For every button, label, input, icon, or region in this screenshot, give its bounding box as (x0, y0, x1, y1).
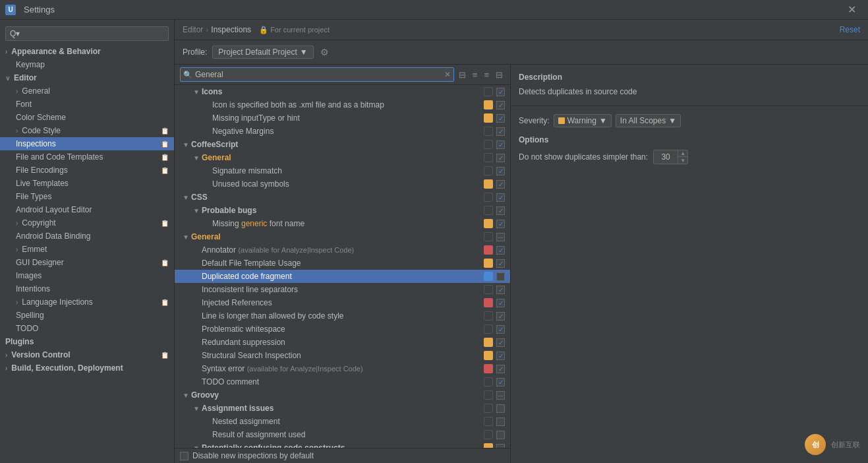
sidebar-item-copyright[interactable]: › Copyright 📋 (0, 216, 174, 230)
checkbox[interactable] (496, 167, 505, 175)
tree-row-coffeescript[interactable]: ▼ CoffeeScript (175, 138, 510, 151)
tree-row-unused-local[interactable]: Unused local symbols (175, 177, 510, 191)
reset-button[interactable]: Reset (840, 25, 860, 34)
spinner-down-button[interactable]: ▼ (678, 157, 687, 164)
sidebar-item-spelling[interactable]: Spelling (0, 309, 174, 322)
sidebar-item-editor[interactable]: ∨ Editor (0, 71, 174, 84)
checkbox[interactable] (496, 259, 505, 268)
checkbox[interactable] (496, 365, 505, 373)
sidebar-item-file-encodings[interactable]: File Encodings 📋 (0, 164, 174, 177)
tree-row-inconsistent-line[interactable]: Inconsistent line separators (175, 283, 510, 296)
checkbox[interactable] (496, 127, 505, 136)
filter-button[interactable]: ⊟ (457, 69, 468, 81)
tree-label: General (191, 232, 484, 241)
tree-row-icons[interactable]: ▼ Icons (175, 85, 510, 98)
checkbox[interactable] (496, 206, 505, 215)
checkbox[interactable] (496, 312, 505, 321)
sidebar-item-images[interactable]: Images (0, 269, 174, 282)
sidebar-item-lang-injections[interactable]: › Language Injections 📋 (0, 295, 174, 309)
sidebar-item-emmet[interactable]: › Emmet (0, 243, 174, 256)
checkbox[interactable] (496, 417, 505, 426)
tree-row-todo[interactable]: TODO comment (175, 375, 510, 388)
sidebar-item-keymap[interactable]: Keymap (0, 58, 174, 71)
tree-row-syntax-error[interactable]: Syntax error (available for Analyze|Insp… (175, 362, 510, 375)
severity-value: Warning (567, 116, 596, 125)
checkbox[interactable] (496, 325, 505, 334)
sidebar-item-color-scheme[interactable]: Color Scheme (0, 111, 174, 124)
tree-row-negative-margins[interactable]: Negative Margins (175, 125, 510, 138)
scope-select[interactable]: In All Scopes ▼ (616, 114, 681, 127)
checkbox[interactable] (496, 246, 505, 255)
sidebar-item-general[interactable]: › General (0, 84, 174, 98)
close-button[interactable]: ✕ (841, 3, 863, 16)
sidebar-item-build[interactable]: › Build, Execution, Deployment (0, 361, 174, 375)
footer-checkbox[interactable] (180, 452, 188, 460)
clear-button[interactable]: ✕ (444, 70, 451, 79)
sidebar-search-input[interactable] (5, 26, 169, 41)
profile-select[interactable]: Project Default Project ▼ (212, 46, 313, 59)
checkbox[interactable] (496, 233, 505, 241)
checkbox[interactable] (496, 391, 505, 400)
spinner-input[interactable] (654, 151, 678, 163)
sidebar-item-label: Spelling (16, 311, 44, 320)
sidebar-item-file-code-templates[interactable]: File and Code Templates 📋 (0, 150, 174, 164)
sidebar-item-plugins[interactable]: Plugins (0, 335, 174, 348)
sidebar-item-file-types[interactable]: File Types (0, 190, 174, 203)
sort-desc-button[interactable]: ≡ (482, 69, 491, 81)
tree-row-missing-generic[interactable]: Missing generic font name (175, 217, 510, 230)
sidebar-item-android-data[interactable]: Android Data Binding (0, 230, 174, 243)
checkbox[interactable] (496, 114, 505, 123)
checkbox[interactable] (496, 286, 505, 294)
tree-row-sig-mismatch[interactable]: Signature mismatch (175, 164, 510, 177)
tree-row-confusing[interactable]: ▼ Potentially confusing code constructs (175, 441, 510, 448)
sidebar-item-font[interactable]: Font (0, 98, 174, 111)
sidebar-item-code-style[interactable]: › Code Style 📋 (0, 124, 174, 137)
sidebar-item-gui-designer[interactable]: GUI Designer 📋 (0, 256, 174, 269)
tree-row-general-cs[interactable]: ▼ General (175, 151, 510, 164)
checkbox[interactable] (496, 378, 505, 386)
checkbox[interactable] (496, 431, 505, 439)
checkbox[interactable] (496, 193, 505, 202)
tree-row-groovy[interactable]: ▼ Groovy (175, 388, 510, 402)
severity-select[interactable]: Warning ▼ (554, 114, 612, 127)
tree-row-probable-bugs[interactable]: ▼ Probable bugs (175, 204, 510, 217)
tree-row-nested-assign[interactable]: Nested assignment (175, 415, 510, 428)
sidebar-item-android-layout[interactable]: Android Layout Editor (0, 203, 174, 216)
tree-row-duplicated-code[interactable]: Duplicated code fragment 去掉勾 (175, 270, 510, 283)
tree-row-assignment-issues[interactable]: ▼ Assignment issues (175, 402, 510, 415)
sidebar-item-live-templates[interactable]: Live Templates (0, 177, 174, 190)
sidebar-item-todo[interactable]: TODO (0, 322, 174, 335)
tree-row-missing-inputtype[interactable]: Missing inputType or hint (175, 111, 510, 125)
checkbox[interactable] (496, 338, 505, 347)
checkbox[interactable] (496, 140, 505, 149)
tree-row-css[interactable]: ▼ CSS (175, 191, 510, 204)
tree-row-redundant-suppress[interactable]: Redundant suppression (175, 336, 510, 349)
search-input[interactable] (192, 69, 444, 80)
checkbox[interactable] (496, 272, 505, 281)
checkbox[interactable] (496, 299, 505, 307)
sidebar-item-version-control[interactable]: › Version Control 📋 (0, 348, 174, 361)
tree-row-default-file[interactable]: Default File Template Usage (175, 257, 510, 270)
tree-row-general-main[interactable]: ▼ General (175, 230, 510, 243)
tree-row-annotator[interactable]: Annotator (available for Analyze|Inspect… (175, 243, 510, 257)
sidebar-item-appearance[interactable]: › Appearance & Behavior (0, 45, 174, 58)
spinner-up-button[interactable]: ▲ (678, 150, 687, 157)
checkbox[interactable] (496, 404, 505, 413)
tree-row-line-longer[interactable]: Line is longer than allowed by code styl… (175, 309, 510, 323)
sort-asc-button[interactable]: ≡ (471, 69, 480, 81)
checkbox[interactable] (496, 180, 505, 189)
checkbox[interactable] (496, 101, 505, 109)
checkbox[interactable] (496, 154, 505, 162)
tree-row-problematic-ws[interactable]: Problematic whitespace (175, 323, 510, 336)
tree-row-structural-search[interactable]: Structural Search Inspection (175, 349, 510, 362)
tree-row-icon-specified[interactable]: Icon is specified both as .xml file and … (175, 98, 510, 111)
sidebar-item-intentions[interactable]: Intentions (0, 282, 174, 295)
expand-button[interactable]: ⊟ (494, 69, 505, 81)
gear-button[interactable]: ⚙ (319, 46, 330, 59)
checkbox[interactable] (496, 88, 505, 96)
tree-row-result-assign[interactable]: Result of assignment used (175, 428, 510, 441)
tree-row-injected-refs[interactable]: Injected References (175, 296, 510, 309)
checkbox[interactable] (496, 352, 505, 360)
checkbox[interactable] (496, 220, 505, 228)
sidebar-item-inspections[interactable]: Inspections 📋 (0, 137, 174, 150)
